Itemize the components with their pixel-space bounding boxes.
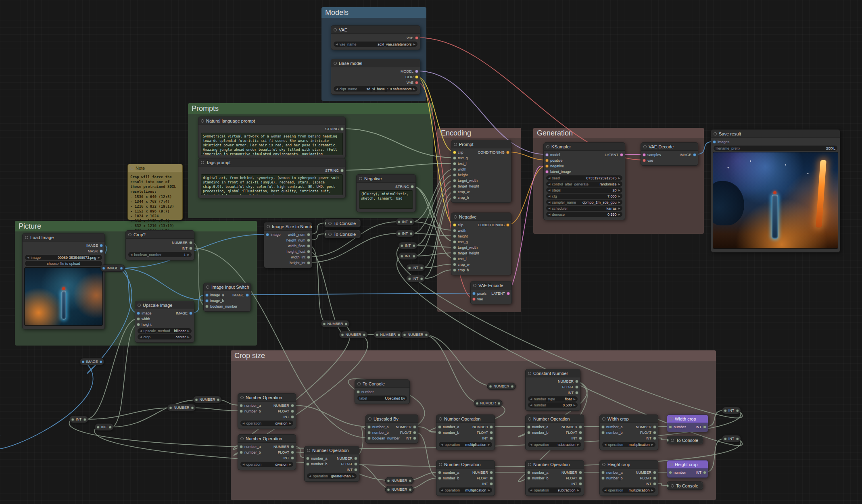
collapse-toggle-icon[interactable]: [201, 119, 204, 123]
arrow-right-icon[interactable]: ▶: [651, 489, 653, 492]
arrow-left-icon[interactable]: ◀: [530, 489, 532, 492]
node-width-crop[interactable]: Width cropnumber_aNUMBERnumber_bFLOATINT…: [599, 414, 658, 450]
node-prompt-encode[interactable]: PromptclipCONDITIONINGtext_gtext_lwidthh…: [451, 140, 511, 203]
output-image-size-to-number-height_num[interactable]: height_num: [285, 238, 312, 242]
reroute-input-dot[interactable]: [476, 402, 478, 405]
collapse-toggle-icon[interactable]: [25, 236, 28, 239]
float-output-dot[interactable]: [579, 431, 582, 434]
input-vae-decode-samples[interactable]: samples: [641, 153, 663, 157]
int-input-dot[interactable]: [453, 246, 456, 249]
node-to-console-crop-width[interactable]: To Console: [667, 436, 703, 444]
float-output-dot[interactable]: [490, 477, 493, 480]
output-number-operation-mul-b-FLOAT[interactable]: FLOAT: [475, 476, 495, 480]
input-number-operation-sub-a-number_a[interactable]: number_a: [526, 425, 550, 429]
arrow-right-icon[interactable]: ▶: [618, 189, 620, 192]
output-negative-encode-CONDITIONING[interactable]: CONDITIONING: [476, 223, 511, 227]
widget-vae_name-vae-loader[interactable]: ◀vae_namesdxl_vae.safetensors▶: [334, 42, 417, 47]
node-number-operation-sub-a[interactable]: Number Operationnumber_aNUMBERnumber_bFL…: [525, 414, 584, 450]
number-input-dot[interactable]: [601, 471, 605, 474]
output-upscaled-by-NUMBER[interactable]: NUMBER: [394, 425, 418, 429]
arrow-right-icon[interactable]: ▶: [577, 489, 579, 492]
image-input-dot[interactable]: [205, 299, 209, 302]
vae-input-dot[interactable]: [472, 298, 476, 301]
collapse-toggle-icon[interactable]: [201, 161, 204, 164]
arrow-right-icon[interactable]: ▶: [188, 253, 190, 256]
conditioning-output-dot[interactable]: [506, 223, 509, 227]
collapse-toggle-icon[interactable]: [334, 62, 337, 65]
input-number-operation-div-a-number_b[interactable]: number_b: [238, 409, 263, 413]
node-titlebar-number-operation-compare[interactable]: Number Operation: [305, 446, 359, 454]
arrow-left-icon[interactable]: ◀: [530, 404, 532, 407]
reroute-number-17[interactable]: NUMBER: [474, 400, 502, 407]
reroute-number-6[interactable]: NUMBER: [321, 320, 349, 327]
reroute-int-21[interactable]: INT: [722, 435, 741, 442]
arrow-left-icon[interactable]: ◀: [548, 207, 550, 210]
widget-operation-number-operation-sub-a[interactable]: ◀operationsubtraction▶: [528, 442, 581, 447]
string-output-dot[interactable]: [411, 185, 414, 188]
reroute-output-dot[interactable]: [409, 232, 412, 235]
string-input-dot[interactable]: [453, 240, 456, 244]
model-output-dot[interactable]: [415, 70, 418, 73]
input-width-crop-int-number[interactable]: number: [667, 425, 688, 429]
output-width-crop-INT[interactable]: INT: [644, 436, 658, 440]
output-vae-encode-LATENT[interactable]: LATENT: [490, 292, 511, 296]
node-vae-decode[interactable]: VAE DecodesamplesIMAGEvae: [641, 142, 698, 166]
input-prompt-encode-height[interactable]: height: [451, 173, 470, 177]
widget-scheduler-ksampler[interactable]: ◀schedulerkarras▶: [546, 206, 622, 211]
number-input-dot[interactable]: [438, 471, 441, 474]
node-titlebar-width-crop[interactable]: Width crop: [600, 415, 658, 423]
int-output-dot[interactable]: [579, 437, 582, 440]
widget-operation-number-operation-div-b[interactable]: ◀operationdivision▶: [240, 462, 293, 467]
float-output-dot[interactable]: [354, 462, 357, 466]
reroute-output-dot[interactable]: [398, 333, 401, 336]
output-number-operation-compare-INT[interactable]: INT: [345, 468, 359, 472]
node-titlebar-number-operation-div-a[interactable]: Number Operation: [238, 394, 296, 402]
output-width-crop-int-INT[interactable]: INT: [694, 425, 708, 429]
int-input-dot[interactable]: [137, 323, 140, 326]
node-titlebar-number-operation-mul-b[interactable]: Number Operation: [436, 460, 495, 469]
arrow-right-icon[interactable]: ▶: [618, 195, 620, 198]
widget-operation-number-operation-mul-b[interactable]: ◀operationmultiplication▶: [439, 487, 492, 493]
node-titlebar-number-operation-mul-a[interactable]: Number Operation: [436, 415, 495, 423]
output-number-operation-sub-b-INT[interactable]: INT: [570, 482, 584, 486]
float-output-dot[interactable]: [413, 431, 416, 434]
latent-output-dot[interactable]: [507, 292, 510, 295]
number-output-dot[interactable]: [413, 425, 416, 429]
reroute-input-dot[interactable]: [401, 255, 403, 258]
collapse-toggle-icon[interactable]: [368, 417, 372, 421]
arrow-right-icon[interactable]: ▶: [618, 177, 620, 180]
node-titlebar-vae-encode[interactable]: VAE Encode: [471, 281, 511, 289]
input-width-crop-number_b[interactable]: number_b: [600, 431, 624, 435]
arrow-right-icon[interactable]: ▶: [618, 213, 620, 216]
widget-crop-upscale-image[interactable]: ◀cropcenter▶: [138, 334, 192, 339]
image-input-dot[interactable]: [713, 140, 716, 144]
reroute-output-dot[interactable]: [409, 479, 412, 482]
string-output-dot[interactable]: [340, 169, 344, 172]
input-negative-encode-width[interactable]: width: [451, 229, 468, 233]
node-titlebar-to-console-height-num[interactable]: To Console: [325, 230, 360, 238]
arrow-right-icon[interactable]: ▶: [618, 207, 620, 210]
arrow-right-icon[interactable]: ▶: [577, 443, 579, 446]
widget-steps-ksampler[interactable]: ◀steps20▶: [546, 187, 622, 193]
node-number-operation-sub-b[interactable]: Number Operationnumber_aNUMBERnumber_bFL…: [525, 460, 584, 496]
node-titlebar-negative-prompt[interactable]: Negative: [357, 175, 415, 183]
arrow-right-icon[interactable]: ▶: [353, 475, 355, 478]
int-input-dot[interactable]: [453, 173, 456, 177]
output-number-operation-mul-a-NUMBER[interactable]: NUMBER: [471, 425, 495, 429]
collapse-toggle-icon[interactable]: [602, 463, 605, 466]
node-note[interactable]: NoteCrop will force the result into one …: [127, 164, 183, 220]
node-titlebar-vae-decode[interactable]: VAE Decode: [641, 143, 698, 151]
number-input-dot[interactable]: [205, 305, 209, 308]
reroute-image-0[interactable]: IMAGE: [100, 264, 125, 272]
arrow-left-icon[interactable]: ◀: [336, 43, 338, 46]
output-number-operation-compare-FLOAT[interactable]: FLOAT: [340, 462, 359, 466]
output-crop-question-INT[interactable]: INT: [180, 246, 194, 250]
reroute-output-dot[interactable]: [363, 333, 366, 336]
conditioning-input-dot[interactable]: [545, 165, 549, 168]
output-upscale-image-IMAGE[interactable]: IMAGE: [174, 311, 194, 315]
input-number-operation-div-b-number_a[interactable]: number_a: [238, 445, 263, 449]
output-image-size-to-number-width_int[interactable]: width_int: [289, 255, 312, 259]
input-prompt-encode-width[interactable]: width: [451, 167, 468, 171]
reroute-output-dot[interactable]: [83, 418, 86, 421]
reroute-output-dot[interactable]: [109, 426, 111, 429]
